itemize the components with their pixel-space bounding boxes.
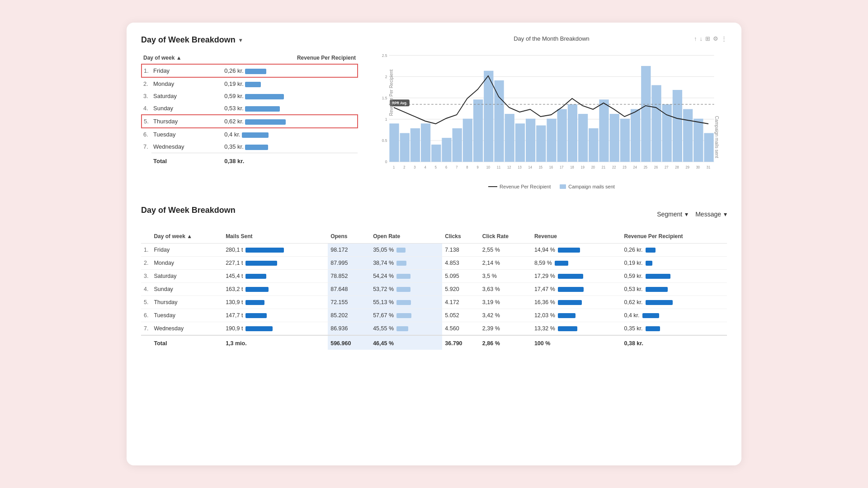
svg-rect-58: [631, 109, 640, 162]
row-day: Saturday: [151, 270, 223, 283]
table-row: 2. Monday 227,1 t 87.995 38,74 % 4.853 2…: [141, 257, 727, 270]
row-opens: 86.936: [328, 322, 370, 336]
message-dropdown[interactable]: Message ▾: [695, 211, 727, 218]
top-left-panel: Day of Week Breakdown ▾ Day of week ▲ Re…: [141, 35, 358, 189]
row-rank: 4.: [141, 283, 151, 296]
big-table: Day of week ▲ Mails Sent Opens Open Rate…: [141, 230, 727, 350]
col-day-big[interactable]: Day of week ▲: [151, 230, 223, 244]
big-total-click-rate: 2,86 %: [480, 335, 532, 350]
col-open-rate-big: Open Rate: [370, 230, 442, 244]
svg-text:23: 23: [623, 165, 627, 170]
svg-rect-70: [693, 119, 703, 162]
settings-icon[interactable]: ⚙: [713, 35, 718, 42]
bottom-section: Day of Week Breakdown Segment ▾ Message …: [141, 206, 727, 350]
more-icon[interactable]: ⋮: [721, 35, 727, 42]
row-rank: 1.: [141, 244, 151, 257]
svg-text:18: 18: [570, 165, 574, 170]
big-total-clicks: 36.790: [442, 335, 480, 350]
table-row: 1. Friday 280,1 t 98.172 35,05 % 7.138 2…: [141, 244, 727, 257]
svg-rect-20: [431, 145, 441, 162]
row-day: Sunday: [151, 283, 223, 296]
row-rank: 6.: [142, 128, 151, 141]
row-rank: 4.: [142, 102, 151, 115]
svg-text:16: 16: [549, 165, 553, 170]
svg-rect-18: [421, 123, 430, 162]
message-label: Message: [695, 211, 721, 218]
big-total-mails: 1,3 mio.: [223, 335, 328, 350]
bottom-title-text: Day of Week Breakdown: [141, 206, 236, 215]
row-opens: 85.202: [328, 309, 370, 322]
row-open-rate: 55,13 %: [370, 296, 442, 309]
row-rank: 6.: [141, 309, 151, 322]
svg-text:6: 6: [445, 165, 448, 170]
svg-text:2: 2: [403, 165, 406, 170]
row-opens: 72.155: [328, 296, 370, 309]
svg-rect-22: [442, 138, 451, 162]
row-value: 0,26 kr.: [222, 64, 358, 77]
svg-rect-54: [610, 114, 619, 162]
svg-text:21: 21: [602, 165, 606, 170]
segment-label: Segment: [657, 211, 682, 218]
svg-text:20: 20: [591, 165, 595, 170]
row-value: 0,53 kr.: [222, 102, 358, 115]
row-rank: 5.: [141, 296, 151, 309]
row-clicks: 4.560: [442, 322, 480, 336]
grid-icon[interactable]: ⊞: [705, 35, 710, 42]
legend-bar-label: Campaign mails sent: [568, 184, 615, 189]
svg-text:19: 19: [580, 165, 585, 170]
row-day: Wednesday: [151, 141, 222, 153]
bottom-header: Day of Week Breakdown Segment ▾ Message …: [141, 206, 727, 222]
row-click-rate: 3,19 %: [480, 296, 532, 309]
svg-rect-48: [578, 114, 588, 162]
row-click-rate: 3,5 %: [480, 270, 532, 283]
row-opens: 98.172: [328, 244, 370, 257]
row-revenue: 14,94 %: [532, 244, 622, 257]
svg-text:9: 9: [477, 165, 479, 170]
title-text: Day of Week Breakdown: [141, 35, 236, 45]
small-table: Day of week ▲ Revenue Per Recipient 1.Fr…: [141, 52, 358, 167]
main-chart-svg: 00.511.522.51234567891011121314151617181…: [376, 46, 727, 181]
row-rank: 5.: [142, 115, 151, 128]
row-day: Monday: [151, 77, 222, 90]
svg-rect-14: [400, 133, 410, 162]
legend-line-label: Revenue Per Recipient: [500, 184, 551, 189]
top-section: Day of Week Breakdown ▾ Day of week ▲ Re…: [141, 35, 727, 189]
table-row: 3. Saturday 145,4 t 78.852 54,24 % 5.095…: [141, 270, 727, 283]
svg-text:5: 5: [435, 165, 437, 170]
legend-line-icon: [488, 186, 497, 187]
row-opens: 87.648: [328, 283, 370, 296]
svg-text:8: 8: [466, 165, 468, 170]
col-rpr-big: Revenue Per Recipient: [622, 230, 727, 244]
svg-text:11: 11: [497, 165, 501, 170]
y-axis-label-left: Revenue Per Recipient: [389, 70, 394, 116]
row-click-rate: 3,42 %: [480, 309, 532, 322]
segment-dropdown[interactable]: Segment ▾: [657, 211, 688, 218]
legend-line-item: Revenue Per Recipient: [488, 184, 551, 189]
row-rank: 3.: [142, 90, 151, 102]
row-open-rate: 57,67 %: [370, 309, 442, 322]
svg-text:25: 25: [644, 165, 648, 170]
svg-text:26: 26: [654, 165, 658, 170]
svg-text:29: 29: [685, 165, 689, 170]
row-open-rate: 35,05 %: [370, 244, 442, 257]
title-dropdown-arrow[interactable]: ▾: [239, 37, 242, 43]
row-open-rate: 38,74 %: [370, 257, 442, 270]
row-revenue: 8,59 %: [532, 257, 622, 270]
col-mails-big: Mails Sent: [223, 230, 328, 244]
row-rank: 3.: [141, 270, 151, 283]
col-rpr: Revenue Per Recipient: [222, 52, 358, 64]
row-click-rate: 2,55 %: [480, 244, 532, 257]
arrow-up-icon[interactable]: ↑: [694, 35, 697, 42]
legend-bar-item: Campaign mails sent: [560, 184, 615, 189]
row-click-rate: 2,14 %: [480, 257, 532, 270]
row-revenue: 16,36 %: [532, 296, 622, 309]
row-open-rate: 45,55 %: [370, 322, 442, 336]
svg-text:2.5: 2.5: [382, 53, 387, 58]
svg-rect-38: [526, 119, 535, 162]
col-day-of-week: Day of week ▲: [142, 52, 222, 64]
arrow-down-icon[interactable]: ↓: [700, 35, 703, 42]
svg-text:13: 13: [518, 165, 522, 170]
row-clicks: 5.095: [442, 270, 480, 283]
row-clicks: 7.138: [442, 244, 480, 257]
row-click-rate: 3,63 %: [480, 283, 532, 296]
